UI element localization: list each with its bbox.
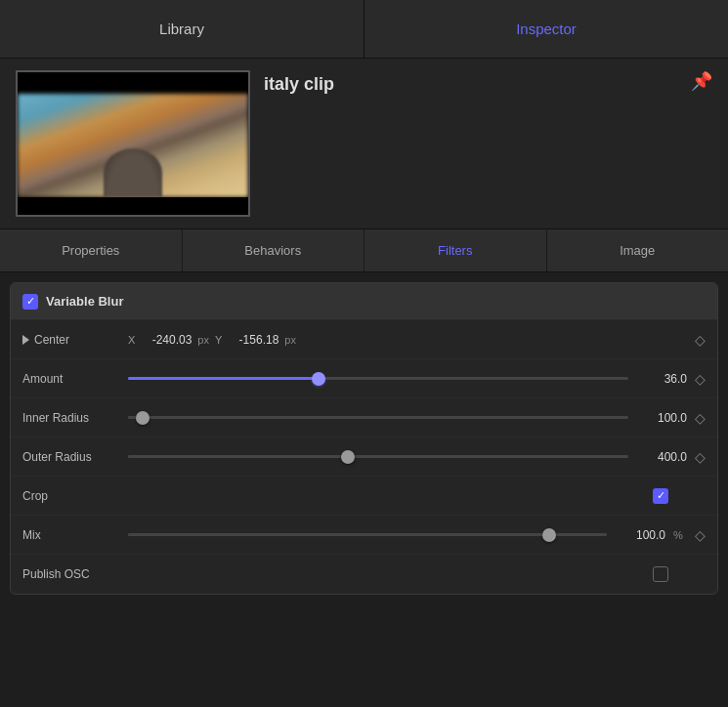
sub-tab-bar: Properties Behaviors Filters Image bbox=[0, 229, 728, 272]
center-values: X -240.03 px Y -156.18 px bbox=[128, 333, 687, 347]
amount-value[interactable]: 36.0 bbox=[636, 372, 687, 386]
inner-radius-slider[interactable] bbox=[128, 408, 628, 428]
publish-osc-label: Publish OSC bbox=[22, 567, 120, 581]
inner-radius-keyframe-button[interactable]: ◇ bbox=[695, 410, 706, 426]
expand-icon[interactable] bbox=[22, 335, 29, 345]
pin-icon[interactable]: 📌 bbox=[691, 70, 712, 92]
outer-radius-slider[interactable] bbox=[128, 447, 628, 467]
preview-row: italy clip 📌 bbox=[0, 59, 728, 229]
mix-unit: % bbox=[673, 529, 687, 541]
tab-behaviors[interactable]: Behaviors bbox=[183, 229, 365, 271]
amount-keyframe-button[interactable]: ◇ bbox=[695, 371, 706, 387]
filter-header: ✓ Variable Blur bbox=[11, 283, 717, 320]
inner-radius-value[interactable]: 100.0 bbox=[636, 411, 687, 425]
clip-thumbnail bbox=[16, 70, 250, 217]
checkmark-icon: ✓ bbox=[26, 296, 35, 307]
inner-radius-label: Inner Radius bbox=[22, 411, 120, 425]
amount-slider[interactable] bbox=[128, 369, 628, 389]
tab-filters[interactable]: Filters bbox=[364, 229, 547, 271]
filter-enable-checkbox[interactable]: ✓ bbox=[22, 294, 38, 310]
publish-osc-checkbox[interactable] bbox=[653, 566, 668, 582]
crop-row: Crop ✓ bbox=[11, 477, 717, 516]
outer-radius-row: Outer Radius 400.0 ◇ bbox=[11, 437, 717, 477]
inner-radius-row: Inner Radius 100.0 ◇ bbox=[11, 398, 717, 437]
tab-inspector[interactable]: Inspector bbox=[364, 0, 728, 58]
center-x-value[interactable]: -240.03 bbox=[141, 333, 192, 347]
mix-slider[interactable] bbox=[128, 525, 607, 545]
clip-title: italy clip bbox=[264, 74, 677, 95]
tab-properties[interactable]: Properties bbox=[0, 229, 183, 271]
filter-panel: ✓ Variable Blur Center X -240.03 px Y -1… bbox=[10, 282, 718, 595]
mix-keyframe-button[interactable]: ◇ bbox=[695, 527, 706, 543]
crop-label: Crop bbox=[22, 489, 120, 503]
mix-label: Mix bbox=[22, 528, 120, 542]
mix-value[interactable]: 100.0 bbox=[615, 528, 665, 542]
top-tab-bar: Library Inspector bbox=[0, 0, 728, 59]
filter-name: Variable Blur bbox=[46, 294, 123, 309]
amount-row: Amount 36.0 ◇ bbox=[11, 359, 717, 398]
crop-checkbox[interactable]: ✓ bbox=[653, 488, 668, 504]
center-row: Center X -240.03 px Y -156.18 px ◇ bbox=[11, 320, 717, 359]
center-label: Center bbox=[22, 333, 120, 347]
outer-radius-keyframe-button[interactable]: ◇ bbox=[695, 449, 706, 465]
clip-title-area: italy clip bbox=[264, 70, 677, 95]
mix-row: Mix 100.0 % ◇ bbox=[11, 516, 717, 555]
outer-radius-label: Outer Radius bbox=[22, 450, 120, 464]
outer-radius-value[interactable]: 400.0 bbox=[636, 450, 687, 464]
publish-osc-row: Publish OSC bbox=[11, 555, 717, 594]
tab-image[interactable]: Image bbox=[547, 229, 729, 271]
tab-library[interactable]: Library bbox=[0, 0, 364, 58]
center-keyframe-button[interactable]: ◇ bbox=[695, 332, 706, 348]
center-y-value[interactable]: -156.18 bbox=[228, 333, 278, 347]
crop-checkmark-icon: ✓ bbox=[657, 490, 665, 501]
amount-label: Amount bbox=[22, 372, 120, 386]
